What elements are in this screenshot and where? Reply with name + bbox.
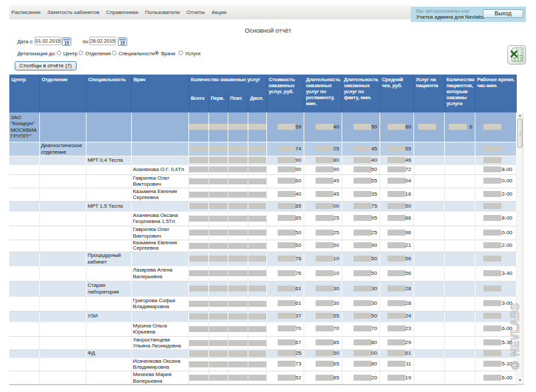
svg-text:15: 15 [64,41,69,45]
svg-text:15: 15 [120,41,125,45]
